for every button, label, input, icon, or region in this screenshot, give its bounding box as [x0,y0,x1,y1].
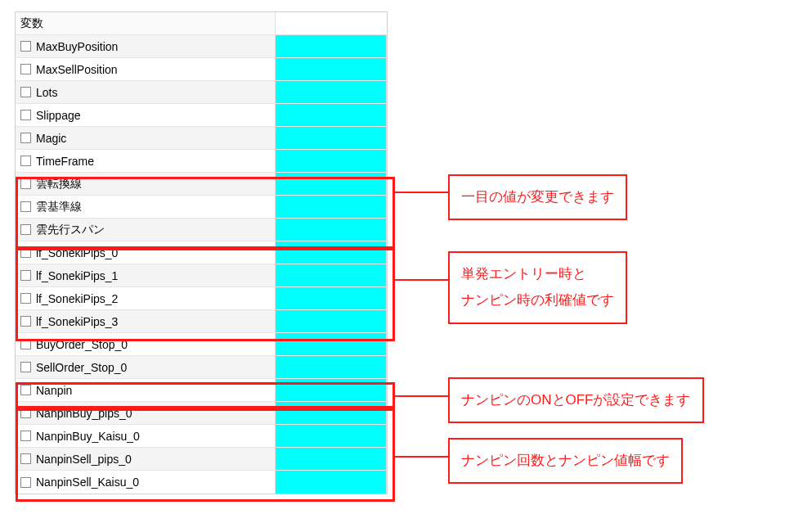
param-label: lf_SonekiPips_2 [36,292,118,305]
param-label: 雲転換線 [36,177,82,192]
table-row[interactable]: 雲基準線 [16,196,387,219]
table-row[interactable]: lf_SonekiPips_3 [16,310,387,333]
param-value-cell[interactable] [276,219,387,241]
table-row[interactable]: 雲転換線 [16,173,387,196]
callout-text: ナンピン回数とナンピン値幅です [461,453,670,468]
param-value-cell[interactable] [276,150,387,172]
table-row[interactable]: lf_SonekiPips_0 [16,241,387,264]
param-value-cell[interactable] [276,104,387,126]
row-checkbox[interactable] [20,133,31,143]
table-header-row: 変数 [16,12,387,35]
row-checkbox[interactable] [20,41,31,52]
param-label: NanpinSell_Kaisu_0 [36,476,139,489]
header-label: 変数 [20,16,43,31]
param-label: lf_SonekiPips_3 [36,315,118,328]
param-name-cell: 雲先行スパン [16,219,276,241]
param-value-cell[interactable] [276,402,387,424]
param-name-cell: NanpinBuy_Kaisu_0 [16,425,276,447]
parameters-table: 変数 MaxBuyPositionMaxSellPositionLotsSlip… [15,11,388,494]
param-label: lf_SonekiPips_1 [36,269,118,282]
param-name-cell: lf_SonekiPips_1 [16,264,276,286]
callout-ichimoku: 一目の値が変更できます [448,174,627,220]
table-row[interactable]: Slippage [16,104,387,127]
row-checkbox[interactable] [20,201,31,212]
param-name-cell: NanpinSell_pips_0 [16,448,276,470]
callout-text: 一目の値が変更できます [461,189,614,205]
row-checkbox[interactable] [20,362,31,372]
param-value-cell[interactable] [276,379,387,401]
table-row[interactable]: 雲先行スパン [16,219,387,241]
table-row[interactable]: NanpinSell_Kaisu_0 [16,471,387,494]
param-value-cell[interactable] [276,127,387,149]
table-row[interactable]: NanpinSell_pips_0 [16,448,387,471]
param-value-cell[interactable] [276,356,387,378]
row-checkbox[interactable] [20,293,31,304]
param-label: NanpinBuy_Kaisu_0 [36,430,140,443]
callout-text-line2: ナンピン時の利確値です [461,292,614,308]
row-checkbox[interactable] [20,339,31,349]
param-label: TimeFrame [36,155,94,168]
param-value-cell[interactable] [276,425,387,447]
table-row[interactable]: lf_SonekiPips_2 [16,287,387,310]
param-label: Lots [36,86,57,99]
row-checkbox[interactable] [20,316,31,327]
param-label: MaxSellPosition [36,63,118,76]
row-checkbox[interactable] [20,385,31,395]
row-checkbox[interactable] [20,224,31,235]
table-row[interactable]: Lots [16,81,387,104]
param-name-cell: Slippage [16,104,276,126]
param-value-cell[interactable] [276,310,387,332]
table-row[interactable]: lf_SonekiPips_1 [16,264,387,287]
callout-nanpin-params: ナンピン回数とナンピン値幅です [448,438,683,484]
row-checkbox[interactable] [20,110,31,120]
param-value-cell[interactable] [276,287,387,309]
param-value-cell[interactable] [276,471,387,494]
row-checkbox[interactable] [20,156,31,166]
param-value-cell[interactable] [276,264,387,286]
param-name-cell: 雲基準線 [16,196,276,218]
row-checkbox[interactable] [20,247,31,258]
column-header-value [276,12,387,34]
row-checkbox[interactable] [20,477,31,488]
param-name-cell: NanpinSell_Kaisu_0 [16,471,276,494]
table-row[interactable]: Nanpin [16,379,387,402]
row-checkbox[interactable] [20,453,31,464]
param-name-cell: Magic [16,127,276,149]
row-checkbox[interactable] [20,87,31,97]
param-value-cell[interactable] [276,81,387,103]
param-value-cell[interactable] [276,196,387,218]
column-header-name: 変数 [16,12,276,34]
row-checkbox[interactable] [20,431,31,441]
table-row[interactable]: MaxBuyPosition [16,35,387,58]
table-row[interactable]: NanpinBuy_pips_0 [16,402,387,425]
param-label: BuyOrder_Stop_0 [36,338,128,351]
param-name-cell: SellOrder_Stop_0 [16,356,276,378]
param-value-cell[interactable] [276,58,387,80]
table-row[interactable]: BuyOrder_Stop_0 [16,333,387,356]
param-name-cell: Lots [16,81,276,103]
table-row[interactable]: MaxSellPosition [16,58,387,81]
connector-1 [395,192,448,193]
param-name-cell: lf_SonekiPips_0 [16,241,276,264]
param-value-cell[interactable] [276,173,387,195]
param-name-cell: NanpinBuy_pips_0 [16,402,276,424]
param-label: Nanpin [36,384,72,397]
table-row[interactable]: NanpinBuy_Kaisu_0 [16,425,387,448]
row-checkbox[interactable] [20,64,31,74]
table-row[interactable]: Magic [16,127,387,150]
param-label: MaxBuyPosition [36,40,118,53]
table-row[interactable]: TimeFrame [16,150,387,173]
param-label: SellOrder_Stop_0 [36,361,127,374]
param-name-cell: 雲転換線 [16,173,276,195]
table-row[interactable]: SellOrder_Stop_0 [16,356,387,379]
param-value-cell[interactable] [276,35,387,57]
param-value-cell[interactable] [276,448,387,470]
callout-sonekipips: 単発エントリー時と ナンピン時の利確値です [448,251,627,324]
param-value-cell[interactable] [276,241,387,264]
param-value-cell[interactable] [276,333,387,355]
param-name-cell: lf_SonekiPips_2 [16,287,276,309]
row-checkbox[interactable] [20,178,31,189]
param-label: NanpinBuy_pips_0 [36,407,132,420]
row-checkbox[interactable] [20,270,31,281]
row-checkbox[interactable] [20,408,31,418]
